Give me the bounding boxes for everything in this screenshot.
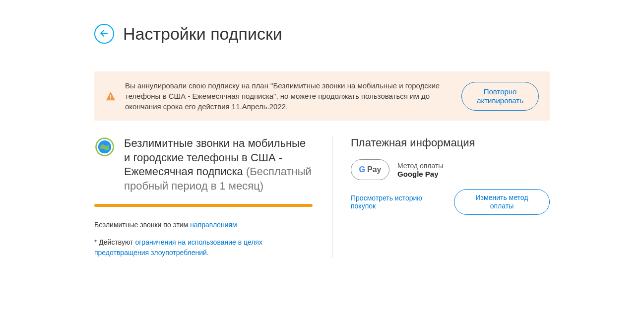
payment-actions: Просмотреть историю покупок Изменить мет… bbox=[351, 189, 550, 215]
google-pay-icon: G Pay bbox=[351, 159, 389, 180]
google-g-icon: G bbox=[359, 165, 365, 174]
plan-desc-prefix: Безлимитные звонки по этим bbox=[94, 221, 190, 229]
globe-icon bbox=[94, 136, 115, 193]
alert-text: Вы аннулировали свою подписку на план "Б… bbox=[125, 80, 452, 112]
page-title: Настройки подписки bbox=[123, 24, 282, 44]
warning-icon bbox=[105, 91, 116, 102]
svg-rect-2 bbox=[110, 98, 111, 99]
payment-method-info: Метод оплаты Google Pay bbox=[397, 162, 443, 178]
usage-progress-bar bbox=[94, 204, 313, 207]
purchase-history-link[interactable]: Просмотреть историю покупок bbox=[351, 194, 445, 210]
plan-header: Безлимитные звонки на мобильные и городс… bbox=[94, 136, 313, 193]
plan-note: * Действуют ограничения на использование… bbox=[94, 237, 313, 258]
plan-note-suffix: . bbox=[207, 249, 209, 257]
arrow-left-icon bbox=[99, 28, 109, 40]
content-columns: Безлимитные звонки на мобильные и городс… bbox=[94, 136, 550, 258]
plan-note-prefix: * Действуют bbox=[94, 238, 135, 246]
header: Настройки подписки bbox=[94, 24, 550, 44]
plan-title: Безлимитные звонки на мобильные и городс… bbox=[124, 136, 313, 193]
payment-method-row: G Pay Метод оплаты Google Pay bbox=[351, 159, 550, 180]
plan-column: Безлимитные звонки на мобильные и городс… bbox=[94, 136, 313, 258]
payment-section-title: Платежная информация bbox=[351, 136, 550, 149]
payment-method-value: Google Pay bbox=[397, 170, 443, 178]
svg-rect-1 bbox=[110, 95, 111, 98]
payment-column: Платежная информация G Pay Метод оплаты … bbox=[332, 136, 550, 258]
change-payment-button[interactable]: Изменить метод оплаты bbox=[454, 189, 550, 215]
plan-description: Безлимитные звонки по этим направлениям bbox=[94, 220, 313, 230]
gpay-text: Pay bbox=[367, 165, 381, 174]
page-root: Настройки подписки Вы аннулировали свою … bbox=[0, 0, 644, 327]
payment-method-label: Метод оплаты bbox=[397, 162, 443, 170]
cancellation-alert: Вы аннулировали свою подписку на план "Б… bbox=[94, 71, 550, 121]
reactivate-button[interactable]: Повторно активировать bbox=[461, 82, 539, 111]
destinations-link[interactable]: направлениям bbox=[190, 221, 237, 229]
back-button[interactable] bbox=[94, 24, 114, 44]
